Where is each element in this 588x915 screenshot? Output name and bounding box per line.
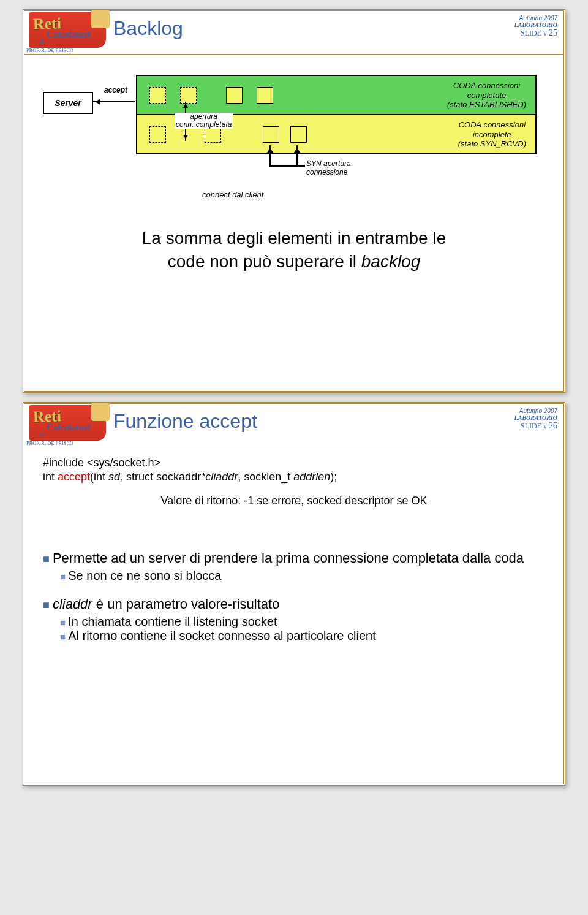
queue-slot bbox=[257, 87, 273, 104]
crest-icon bbox=[91, 403, 110, 421]
syn-arrow-h bbox=[270, 165, 305, 167]
queue-established: CODA connessioni completate (stato ESTAB… bbox=[137, 76, 535, 115]
syn-arrow-1 bbox=[270, 145, 271, 166]
code-signature: int accept(int sd, struct sockaddr*cliad… bbox=[43, 471, 545, 484]
slide-num-label: SLIDE # bbox=[521, 422, 547, 430]
slide-num: 25 bbox=[549, 28, 557, 37]
code-include: #include <sys/socket.h> bbox=[43, 457, 545, 469]
slide-header: Reti di Calcolatori PROF. R. DE PRISCO B… bbox=[24, 11, 564, 55]
bullet-2a: In chiamata contiene il listening socket bbox=[60, 615, 545, 629]
queue-slot bbox=[290, 126, 307, 143]
server-box: Server bbox=[43, 92, 93, 114]
slide-backlog: Reti di Calcolatori PROF. R. DE PRISCO B… bbox=[23, 9, 565, 393]
arrow-accept bbox=[92, 101, 135, 102]
bullet-2b: Al ritorno contiene il socket connesso a… bbox=[60, 629, 545, 643]
queue-established-label: CODA connessioni completate (stato ESTAB… bbox=[447, 81, 526, 110]
accept-label: accept bbox=[104, 86, 127, 94]
slide-header: Reti di Calcolatori PROF. R. DE PRISCO F… bbox=[24, 404, 564, 447]
bullet-1: Permette ad un server di prendere la pri… bbox=[43, 550, 545, 583]
logo-text-di: di bbox=[39, 38, 44, 45]
logo: Reti di Calcolatori bbox=[29, 12, 106, 48]
queue-slot bbox=[226, 87, 243, 104]
logo-text-2: Calcolatori bbox=[47, 29, 91, 40]
slide-num-label: SLIDE # bbox=[521, 29, 547, 37]
apertura-arrow-down bbox=[185, 129, 186, 141]
slide-title: Funzione accept bbox=[113, 410, 257, 433]
backlog-diagram: Server accept CODA connessioni completat… bbox=[43, 75, 545, 203]
crest-icon bbox=[91, 10, 110, 28]
header-meta: Autunno 2007 LABORATORIO SLIDE # 25 bbox=[514, 15, 557, 38]
syn-label: SYN apertura connessione bbox=[306, 159, 351, 177]
bullet-list: Permette ad un server di prendere la pri… bbox=[43, 550, 545, 643]
bullet-1a: Se non ce ne sono si blocca bbox=[60, 569, 545, 583]
queue-slot bbox=[149, 87, 166, 104]
return-value: Valore di ritorno: -1 se errore, socked … bbox=[43, 495, 545, 507]
prof-label: PROF. R. DE PRISCO bbox=[26, 48, 74, 53]
slide-body: #include <sys/socket.h> int accept(int s… bbox=[24, 448, 564, 784]
bullet-2: cliaddr è un parametro valore-risultato … bbox=[43, 596, 545, 643]
prof-label: PROF. R. DE PRISCO bbox=[26, 441, 74, 446]
season-label: Autunno 2007 bbox=[514, 15, 557, 21]
slide-title: Backlog bbox=[113, 17, 183, 40]
queue-slot bbox=[149, 126, 166, 143]
main-statement: La somma degli elementi in entrambe le c… bbox=[24, 227, 564, 273]
connect-label: connect dal client bbox=[202, 190, 263, 199]
header-meta: Autunno 2007 LABORATORIO SLIDE # 26 bbox=[514, 408, 557, 431]
syn-arrow-2 bbox=[296, 145, 298, 166]
logo: Reti di Calcolatori bbox=[29, 405, 106, 441]
queue-syn-label: CODA connessioni incomplete (stato SYN_R… bbox=[458, 120, 526, 149]
apertura-arrow-up bbox=[185, 102, 186, 114]
season-label: Autunno 2007 bbox=[514, 408, 557, 414]
lab-label: LABORATORIO bbox=[514, 414, 557, 421]
slide-body: Server accept CODA connessioni completat… bbox=[24, 55, 564, 391]
logo-text-2: Calcolatori bbox=[47, 422, 91, 433]
apertura-label: apertura conn. completata bbox=[175, 113, 233, 129]
lab-label: LABORATORIO bbox=[514, 21, 557, 28]
slide-num: 26 bbox=[549, 421, 557, 430]
slide-accept: Reti di Calcolatori PROF. R. DE PRISCO F… bbox=[23, 402, 565, 786]
logo-text-di: di bbox=[39, 431, 44, 438]
queue-slot bbox=[263, 126, 279, 143]
